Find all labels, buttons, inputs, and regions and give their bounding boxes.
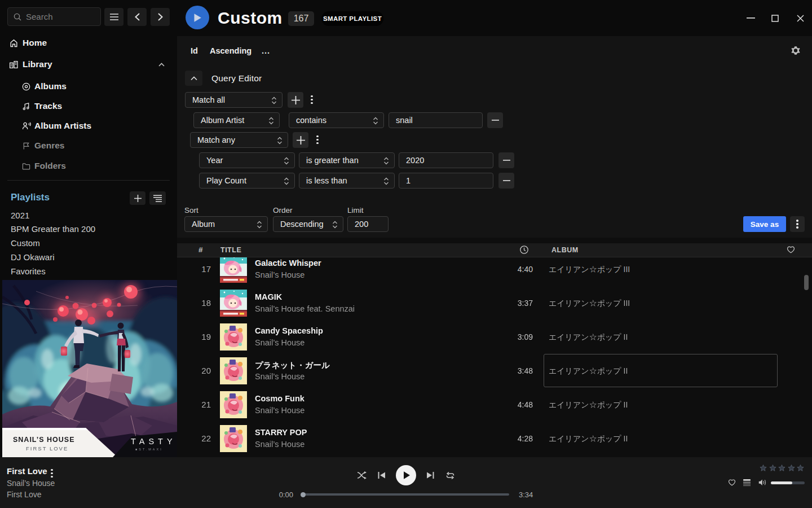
svg-text:SNAIL’S HOUSE: SNAIL’S HOUSE [13,436,75,444]
svg-text:TASTY: TASTY [131,437,176,446]
svg-text:■ST.MAXI: ■ST.MAXI [135,448,163,451]
svg-text:FIRST LOVE: FIRST LOVE [26,445,68,452]
